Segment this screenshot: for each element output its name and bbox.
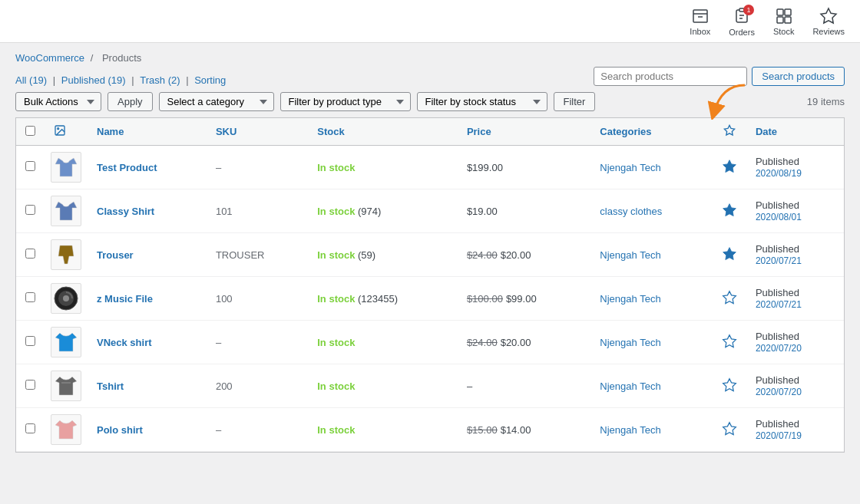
svg-rect-5 — [785, 17, 791, 23]
stock-cell: In stock (974) — [308, 189, 458, 233]
price-cell: $199.00 — [458, 146, 590, 189]
date-value: 2020/07/20 — [756, 387, 802, 397]
stock-qty: (123455) — [358, 293, 398, 305]
search-button[interactable]: Search products — [752, 67, 845, 86]
table-row: Classy Shirt 101 In stock (974) $19.00 c… — [16, 189, 844, 233]
row-checkbox[interactable] — [25, 249, 35, 259]
category-link[interactable]: Njengah Tech — [600, 293, 660, 305]
svg-marker-11 — [723, 203, 736, 216]
star-icon[interactable] — [722, 296, 737, 308]
stock-cell: In stock — [308, 321, 458, 364]
categories-cell: Njengah Tech — [590, 321, 713, 364]
product-name-cell: Test Product — [88, 146, 207, 189]
product-image — [51, 327, 81, 357]
row-checkbox[interactable] — [25, 161, 35, 171]
row-checkbox-cell — [16, 233, 45, 277]
stock-status: In stock — [317, 380, 355, 392]
product-image-cell — [45, 321, 88, 364]
svg-rect-4 — [777, 17, 783, 23]
product-name-cell: z Music File — [88, 277, 207, 321]
category-link[interactable]: Njengah Tech — [600, 162, 660, 173]
category-link[interactable]: Njengah Tech — [600, 337, 660, 348]
category-link[interactable]: classy clothes — [600, 206, 662, 217]
row-checkbox[interactable] — [25, 292, 35, 302]
search-input[interactable] — [594, 67, 747, 86]
apply-button[interactable]: Apply — [108, 92, 153, 111]
filters-bar: Bulk Actions Apply Select a category Fil… — [0, 89, 860, 117]
stock-status-select[interactable]: Filter by stock status — [417, 92, 547, 111]
date-value: 2020/07/19 — [756, 430, 802, 441]
star-icon[interactable] — [722, 209, 737, 220]
product-name-link[interactable]: Tshirt — [97, 380, 124, 392]
star-icon[interactable] — [722, 340, 737, 351]
stock-status: In stock — [317, 206, 355, 217]
categories-header[interactable]: Categories — [590, 118, 713, 146]
filter-trash[interactable]: Trash (2) — [140, 74, 180, 86]
category-select[interactable]: Select a category — [159, 92, 274, 111]
product-name-link[interactable]: Polo shirt — [97, 424, 143, 436]
filter-button[interactable]: Filter — [554, 92, 596, 111]
category-link[interactable]: Njengah Tech — [600, 380, 660, 392]
row-checkbox[interactable] — [25, 336, 35, 346]
stock-cell: In stock (59) — [308, 233, 458, 277]
orders-icon-button[interactable]: 1 Orders — [729, 6, 755, 37]
woocommerce-link[interactable]: WooCommerce — [15, 52, 84, 64]
featured-header — [713, 118, 746, 146]
filter-all[interactable]: All (19) — [15, 74, 47, 86]
row-checkbox[interactable] — [25, 423, 35, 433]
featured-cell[interactable] — [713, 364, 746, 408]
inbox-icon-button[interactable]: Inbox — [690, 7, 710, 36]
price: – — [467, 380, 472, 392]
product-name-link[interactable]: VNeck shirt — [97, 337, 152, 348]
product-name-link[interactable]: Test Product — [97, 162, 157, 173]
category-link[interactable]: Njengah Tech — [600, 424, 660, 436]
product-name-link[interactable]: Classy Shirt — [97, 206, 154, 217]
price-header[interactable]: Price — [458, 118, 590, 146]
stock-icon-button[interactable]: Stock — [773, 7, 795, 36]
featured-cell[interactable] — [713, 408, 746, 452]
filter-sorting[interactable]: Sorting — [194, 74, 226, 86]
stock-status: In stock — [317, 293, 355, 305]
breadcrumb-current: Products — [102, 52, 141, 64]
name-header[interactable]: Name — [88, 118, 207, 146]
sku-cell: 100 — [207, 277, 308, 321]
row-checkbox-cell — [16, 189, 45, 233]
row-checkbox[interactable] — [25, 205, 35, 215]
star-icon[interactable] — [722, 252, 737, 264]
table-row: Trouser TROUSER In stock (59) $24.00$20.… — [16, 233, 844, 277]
row-checkbox[interactable] — [25, 380, 35, 390]
date-cell: Published 2020/07/21 — [746, 233, 844, 277]
date-cell: Published 2020/07/19 — [746, 408, 844, 452]
svg-marker-9 — [724, 125, 734, 135]
featured-cell[interactable] — [713, 146, 746, 189]
product-name-link[interactable]: z Music File — [97, 293, 153, 305]
filter-published[interactable]: Published (19) — [61, 74, 126, 86]
svg-point-15 — [63, 295, 69, 301]
check-all-checkbox[interactable] — [25, 126, 35, 136]
star-icon[interactable] — [722, 165, 737, 176]
sku-header[interactable]: SKU — [207, 118, 308, 146]
product-image — [51, 239, 81, 270]
categories-cell: classy clothes — [590, 189, 713, 233]
featured-cell[interactable] — [713, 277, 746, 321]
stock-header[interactable]: Stock — [308, 118, 458, 146]
reviews-label: Reviews — [812, 27, 845, 36]
product-name-cell: Tshirt — [88, 364, 207, 408]
price-new: $14.00 — [501, 424, 531, 436]
star-icon[interactable] — [722, 384, 737, 395]
product-name-link[interactable]: Trouser — [97, 249, 134, 261]
star-icon[interactable] — [722, 427, 737, 439]
featured-cell[interactable] — [713, 321, 746, 364]
bulk-actions-select[interactable]: Bulk Actions — [15, 92, 101, 111]
reviews-icon-button[interactable]: Reviews — [812, 7, 845, 36]
product-name-cell: Polo shirt — [88, 408, 207, 452]
featured-cell[interactable] — [713, 189, 746, 233]
product-image-cell — [45, 233, 88, 277]
product-image — [51, 152, 81, 183]
date-header[interactable]: Date — [746, 118, 844, 146]
product-type-select[interactable]: Filter by product type — [280, 92, 411, 111]
featured-cell[interactable] — [713, 233, 746, 277]
category-link[interactable]: Njengah Tech — [600, 249, 660, 261]
product-image-cell — [45, 146, 88, 189]
price-cell: $19.00 — [458, 189, 590, 233]
